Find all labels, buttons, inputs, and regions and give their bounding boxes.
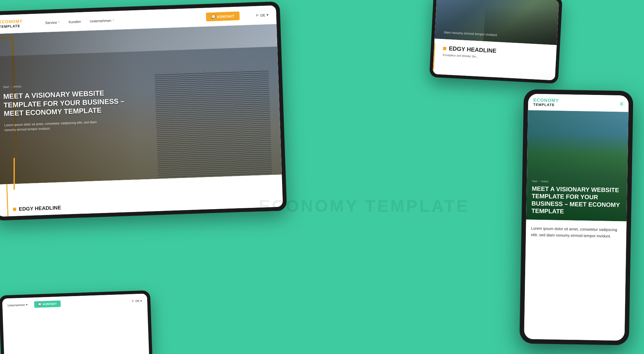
orange-accent-line <box>6 184 8 216</box>
phone-right: ECONOMY TEMPLATE ≡ Start → Article MEET … <box>519 89 633 345</box>
lang-chevron-icon: ▾ <box>267 13 269 17</box>
nav-unternehmen[interactable]: Unternehmen ▾ <box>90 18 114 23</box>
top-right-headline: EDGY HEADLINE <box>449 45 497 54</box>
tablet-main-screen: ECONOMY TEMPLATE Service ▾ Kunden Untern… <box>0 5 283 217</box>
bottom-chevron-icon: ▾ <box>26 303 28 306</box>
tablet-bottom: Unternehmen ▾ 💬 KONTAKT 🏳 DE ▾ <box>0 290 153 354</box>
bottom-nav-unternehmen[interactable]: Unternehmen ▾ <box>7 303 28 307</box>
bottom-kontakt-button[interactable]: 💬 KONTAKT <box>34 301 61 308</box>
bottom-flag-icon: 🏳 <box>131 300 134 303</box>
hamburger-icon[interactable]: ≡ <box>620 100 623 107</box>
phone-logo: ECONOMY TEMPLATE <box>533 98 620 108</box>
bottom-lang-chevron-icon: ▾ <box>140 299 142 303</box>
flag-icon: 🏳 <box>255 13 259 17</box>
kontakt-button[interactable]: 💬 KONTAKT <box>206 12 240 22</box>
tablet-top-right-screen: diam nonumy eirmod tempor invidunt. EDGY… <box>433 0 559 80</box>
chat-icon: 💬 <box>211 14 215 19</box>
breadcrumb: Start → Article <box>3 76 269 89</box>
bottom-chat-icon: 💬 <box>38 303 42 306</box>
phone-breadcrumb: Start → Article <box>532 180 622 184</box>
hero-section: Start → Article MEET A VISIONARY WEBSITE… <box>0 24 282 185</box>
logo-template: TEMPLATE <box>0 24 23 29</box>
top-right-orange-square <box>443 47 447 50</box>
edgy-headline-area: EDGY HEADLINE <box>7 205 61 212</box>
edgy-headline: EDGY HEADLINE <box>19 205 61 212</box>
chevron-down-icon-2: ▾ <box>112 19 114 22</box>
chevron-down-icon: ▾ <box>58 21 60 23</box>
hero-description: Lorem ipsum dolor sit amet, consetetur s… <box>4 119 108 132</box>
tablet-bottom-screen: Unternehmen ▾ 💬 KONTAKT 🏳 DE ▾ <box>2 293 149 354</box>
bottom-language-selector[interactable]: 🏳 DE ▾ <box>131 299 142 303</box>
tablet-main: ECONOMY TEMPLATE Service ▾ Kunden Untern… <box>0 1 287 220</box>
tablet-top-right: diam nonumy eirmod tempor invidunt. EDGY… <box>429 0 563 84</box>
phone-screen: ECONOMY TEMPLATE ≡ Start → Article MEET … <box>524 94 629 340</box>
top-right-hero: diam nonumy eirmod tempor invidunt. <box>434 0 559 45</box>
phone-hero-content: Start → Article MEET A VISIONARY WEBSITE… <box>526 110 629 221</box>
nav-links: Service ▾ Kunden Unternehmen ▾ <box>45 15 193 24</box>
top-right-content: EDGY HEADLINE Excepteur sint Windor Sin.… <box>433 39 557 80</box>
orange-square-icon <box>13 208 16 211</box>
top-right-orange-line <box>433 43 435 70</box>
phone-hero: Start → Article MEET A VISIONARY WEBSITE… <box>526 110 629 221</box>
language-selector[interactable]: 🏳 DE ▾ <box>255 13 269 17</box>
phone-description: Lorem ipsum dolor sit amet, consetetur s… <box>531 226 621 239</box>
hero-content: Start → Article MEET A VISIONARY WEBSITE… <box>0 24 282 185</box>
nav-service[interactable]: Service ▾ <box>45 20 60 25</box>
phone-navbar: ECONOMY TEMPLATE ≡ <box>528 94 629 112</box>
hero-title: MEET A VISIONARY WEBSITE TEMPLATE FOR YO… <box>3 88 127 118</box>
phone-content: Lorem ipsum dolor sit amet, consetetur s… <box>524 220 626 341</box>
bottom-navbar: Unternehmen ▾ 💬 KONTAKT 🏳 DE ▾ <box>2 293 147 313</box>
nav-kunden[interactable]: Kunden <box>69 19 81 23</box>
main-logo: ECONOMY TEMPLATE <box>0 19 23 29</box>
phone-hero-title: MEET A VISIONARY WEBSITE TEMPLATE FOR YO… <box>531 185 622 216</box>
left-orange-accent <box>14 158 15 190</box>
